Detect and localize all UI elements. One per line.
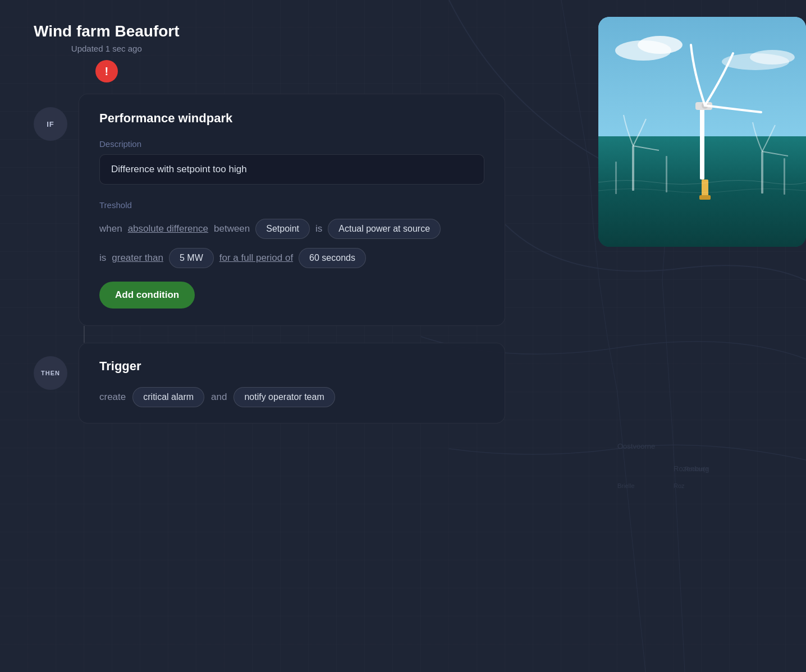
farm-title: Wind farm Beaufort xyxy=(34,22,180,40)
trigger-title: Trigger xyxy=(99,359,484,374)
critical-alarm-pill[interactable]: critical alarm xyxy=(132,387,204,407)
if-card: Performance windpark Description Differe… xyxy=(79,94,505,326)
create-text: create xyxy=(99,392,126,403)
is2-text: is xyxy=(99,252,106,264)
description-label: Description xyxy=(99,139,484,149)
content-wrapper: Wind farm Beaufort Updated 1 sec ago ! I… xyxy=(0,0,806,672)
header-left: Wind farm Beaufort Updated 1 sec ago ! xyxy=(34,22,180,82)
threshold-label: Treshold xyxy=(99,200,484,210)
threshold-row-1: when absolute difference between Setpoin… xyxy=(99,219,484,239)
trigger-row: create critical alarm and notify operato… xyxy=(99,387,484,407)
exclamation-mark: ! xyxy=(104,65,108,78)
is1-text: is xyxy=(315,223,322,234)
then-card: Trigger create critical alarm and notify… xyxy=(79,343,505,424)
and-text: and xyxy=(211,392,227,403)
seconds-pill[interactable]: 60 seconds xyxy=(299,248,366,268)
description-input[interactable]: Difference with setpoint too high xyxy=(99,154,484,185)
if-badge: IF xyxy=(34,107,67,141)
updated-text: Updated 1 sec ago xyxy=(71,44,142,53)
actual-power-pill[interactable]: Actual power at source xyxy=(328,219,441,239)
flow-connector xyxy=(84,326,85,343)
threshold-row-2: is greater than 5 MW for a full period o… xyxy=(99,248,484,268)
absolute-difference-text[interactable]: absolute difference xyxy=(128,223,208,234)
add-condition-button[interactable]: Add condition xyxy=(99,282,195,309)
greater-than-text[interactable]: greater than xyxy=(112,252,163,264)
between-text: between xyxy=(214,223,250,234)
top-header-area: Wind farm Beaufort Updated 1 sec ago ! xyxy=(34,22,772,82)
mw-pill[interactable]: 5 MW xyxy=(169,248,214,268)
notify-operator-pill[interactable]: notify operator team xyxy=(233,387,335,407)
for-full-period-text[interactable]: for a full period of xyxy=(219,252,293,264)
if-flow-row: IF Performance windpark Description Diff… xyxy=(34,94,505,326)
setpoint-pill[interactable]: Setpoint xyxy=(255,219,310,239)
then-badge: THEN xyxy=(34,356,67,390)
description-value: Difference with setpoint too high xyxy=(111,164,247,174)
when-text: when xyxy=(99,223,122,234)
alert-icon: ! xyxy=(95,60,118,82)
performance-windpark-title: Performance windpark xyxy=(99,111,484,126)
then-flow-row: THEN Trigger create critical alarm and n… xyxy=(34,343,505,424)
